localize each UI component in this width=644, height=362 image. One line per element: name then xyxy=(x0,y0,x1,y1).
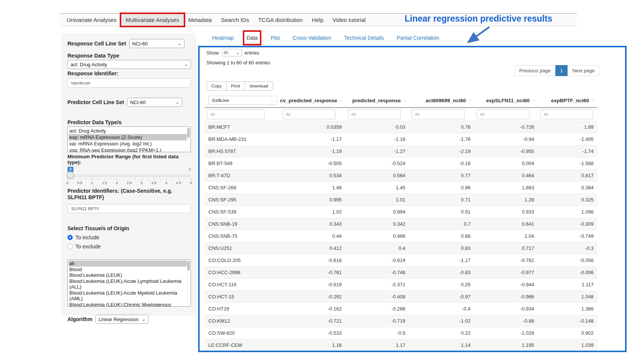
slider-tick xyxy=(191,178,191,180)
radio-to-include[interactable] xyxy=(67,235,73,240)
sort-icon[interactable]: ↓↑ xyxy=(403,98,406,103)
table-row[interactable]: CO:HCC-2998-0.761-0.746-0.83-0.977-0.006 xyxy=(205,267,597,279)
predictor-cell-line-set-select[interactable]: NCI-60 ⌄ xyxy=(127,98,182,107)
predictor-data-types-list[interactable]: act: Drug Activityexp: mRNA Expression (… xyxy=(67,126,191,152)
nav-item-univariate-analyses[interactable]: Univariate Analyses xyxy=(62,14,121,26)
table-row[interactable]: CO:HCT-15-0.292-0.408-0.97-0.9661.048 xyxy=(205,291,597,303)
predictor-data-type-option-xai-mrna-expression-avg-log2-int[interactable]: xai: mRNA Expression (Avg. log2 Int.) xyxy=(69,140,187,147)
tissue-option-blood-leukemia-leuk-chronic-myelogenous-leukemia-cml[interactable]: Blood:Leukemia (LEUK):Chronic Myelogenou… xyxy=(69,302,187,307)
column-header-act609699-nci60[interactable]: act609699_nci60↓↑ xyxy=(409,94,474,108)
nav-item-video-tutorial[interactable]: Video tutorial xyxy=(328,14,370,26)
predictor-data-type-option-act-drug-activity[interactable]: act: Drug Activity xyxy=(69,128,187,134)
cell-value: -0.4 xyxy=(409,303,474,315)
scrollbar[interactable] xyxy=(187,260,190,306)
predictor-data-type-option-exp-mrna-expression-z-score[interactable]: exp: mRNA Expression (Z-Score) xyxy=(69,134,187,140)
tissue-option-blood-leukemia-leuk[interactable]: Blood:Leukemia (LEUK) xyxy=(69,272,187,278)
radio-to-exclude[interactable] xyxy=(67,244,73,249)
predictor-identifiers-input[interactable] xyxy=(67,204,191,213)
slider-tick xyxy=(148,178,148,179)
cell-line: CO:HCT-116 xyxy=(205,279,280,291)
column-header-cv-predicted-response[interactable]: cv_predicted_response↓↑ xyxy=(280,94,345,108)
tissue-option-blood-leukemia-leuk-acute-myeloid-leukemia-aml[interactable]: Blood:Leukemia (LEUK):Acute Myeloid Leuk… xyxy=(69,290,187,302)
sort-icon[interactable]: ↓↑ xyxy=(339,98,342,103)
table-row[interactable]: CNS:SNB-750.440.4960.681.04-0.749 xyxy=(205,230,597,242)
nav-item-help[interactable]: Help xyxy=(307,14,328,26)
tissue-list[interactable]: allBloodBlood:Leukemia (LEUK)Blood:Leuke… xyxy=(67,259,191,307)
tab-partial-correlation[interactable]: Partial Correlation xyxy=(396,33,440,42)
page-size-select[interactable]: 60 ⌄ xyxy=(222,49,242,56)
tab-plot[interactable]: Plot xyxy=(270,33,280,42)
print-button[interactable]: Print xyxy=(226,81,245,90)
table-row[interactable]: CNS:SNB-190.3430.3420.70.641-0.309 xyxy=(205,218,597,230)
column-filter-act609699-nci60[interactable] xyxy=(411,109,464,119)
cell-value: 0.995 xyxy=(280,194,345,206)
column-filter-expbptf-nci60[interactable] xyxy=(540,109,593,119)
scrollbar[interactable] xyxy=(187,127,190,151)
cell-value: -0.16 xyxy=(409,158,474,170)
sort-icon[interactable]: ↓↑ xyxy=(591,98,594,103)
table-row[interactable]: CO:HCT-116-0.519-0.3710.25-0.9441.117 xyxy=(205,279,597,291)
sort-icon[interactable]: ↓↑ xyxy=(270,98,274,103)
cell-value: 0.817 xyxy=(538,170,597,182)
table-row[interactable]: BR:T-47D0.5340.5640.770.4640.817 xyxy=(205,170,597,182)
tab-data[interactable]: Data xyxy=(246,33,259,42)
column-header-label: cv_predicted_response xyxy=(280,98,337,103)
tissue-option-blood[interactable]: Blood xyxy=(69,267,187,273)
sort-icon[interactable]: ↓↑ xyxy=(532,98,535,103)
column-filter-expslfn11-nci60[interactable] xyxy=(477,109,530,119)
column-header-cellline[interactable]: CellLine↓↑ xyxy=(205,94,280,108)
cell-value: 1.02 xyxy=(280,206,345,218)
table-row[interactable]: BR:HS 578T-1.19-1.27-2.19-0.955-1.74 xyxy=(205,145,597,158)
table-row[interactable]: CNS:SF-5391.020.9940.910.9331.096 xyxy=(205,206,597,218)
download-button[interactable]: download xyxy=(245,81,273,90)
min-predictor-range-slider[interactable]: 0 5 00.511.522.533.544.55 xyxy=(67,167,191,184)
nav-item-multivariate-analyses[interactable]: Multivariate Analyses xyxy=(121,14,184,26)
table-row[interactable]: CO:COLO 205-0.616-0.619-1.17-0.782-0.056 xyxy=(205,254,597,267)
column-filter-cellline[interactable] xyxy=(207,109,264,119)
response-data-type-select[interactable]: act: Drug Activity ⌄ xyxy=(67,60,191,69)
tab-heatmap[interactable]: Heatmap xyxy=(211,33,234,42)
table-row[interactable]: BR:BT-549-0.505-0.524-0.160.004-1.588 xyxy=(205,158,597,170)
column-header-expbptf-nci60[interactable]: expBPTF_nci60↓↑ xyxy=(538,94,597,108)
table-row[interactable]: CO:KM12-0.721-0.719-1.02-0.88-0.148 xyxy=(205,315,597,327)
cell-value: -2.19 xyxy=(409,145,474,158)
nav-item-tcga-distribution[interactable]: TCGA distribution xyxy=(253,14,307,26)
next-page-button[interactable]: Next page xyxy=(567,65,600,76)
table-row[interactable]: BR:MCF70.03590.030.76-0.7261.89 xyxy=(205,121,597,133)
nav-item-search-ids[interactable]: Search IDs xyxy=(216,14,253,26)
column-filter-cv-predicted-response[interactable] xyxy=(283,109,336,119)
tissue-option-blood-leukemia-leuk-acute-lymphoid-leukemia-all[interactable]: Blood:Leukemia (LEUK):Acute Lymphoid Leu… xyxy=(69,278,187,290)
table-row[interactable]: CNS:U2510.4120.40.830.717-0.3 xyxy=(205,242,597,254)
column-header-predicted-response[interactable]: predicted_response↓↑ xyxy=(345,94,409,108)
tab-technical-details[interactable]: Technical Details xyxy=(343,33,385,42)
predictor-data-types-label: Predictor Data Type/s xyxy=(67,120,191,125)
table-row[interactable]: CO:HT29-0.162-0.286-0.4-0.9341.366 xyxy=(205,303,597,315)
column-filter-predicted-response[interactable] xyxy=(348,109,401,119)
table-row[interactable]: BR:MDA-MB-231-1.17-1.18-1.76-0.94-1.495 xyxy=(205,133,597,145)
response-cell-line-set-select[interactable]: NCI-60 ⌄ xyxy=(129,39,184,48)
cell-value: 0.83 xyxy=(409,242,474,254)
tissue-option-all[interactable]: all xyxy=(69,261,187,267)
algorithm-label: Algorithm xyxy=(67,317,92,322)
previous-page-button[interactable]: Previous page xyxy=(514,65,555,76)
column-header-expslfn11-nci60[interactable]: expSLFN11_nci60↓↑ xyxy=(474,94,538,108)
cell-line: CO:KM12 xyxy=(205,315,280,327)
table-row[interactable]: LE:CCRF-CEM1.161.171.141.1951.039 xyxy=(205,339,597,351)
table-row[interactable]: CNS:SF-2950.9951.010.711.280.325 xyxy=(205,194,597,206)
slider-tick xyxy=(160,178,161,179)
cell-value: 1.89 xyxy=(538,121,597,133)
predictor-data-type-option-xsq-rna-seq-expression-log2-fpkm-1[interactable]: xsq: RNA-seq Expression (log2 FPKM+1.) xyxy=(69,147,187,152)
table-row[interactable]: CO:SW-620-0.533-0.50.22-1.0290.902 xyxy=(205,327,597,339)
show-entries-row: Show 60 ⌄ entries xyxy=(206,49,625,56)
slider-tick xyxy=(117,178,117,180)
tab-cross-validation[interactable]: Cross-Validation xyxy=(292,33,332,42)
algorithm-select[interactable]: Linear Regression ⌄ xyxy=(95,315,148,324)
current-page-button[interactable]: 1 xyxy=(555,65,568,76)
table-row[interactable]: CNS:SF-2681.481.450.961.8630.384 xyxy=(205,182,597,194)
copy-button[interactable]: Copy xyxy=(206,81,227,90)
sort-icon[interactable]: ↓↑ xyxy=(468,98,471,103)
table-row[interactable]: LE:HL-60(TB)0.9510.9340.681.3070.031 xyxy=(205,351,597,353)
slider-track[interactable] xyxy=(67,175,191,177)
nav-item-metadata[interactable]: Metadata xyxy=(184,14,217,26)
response-identifier-input[interactable] xyxy=(67,78,191,87)
